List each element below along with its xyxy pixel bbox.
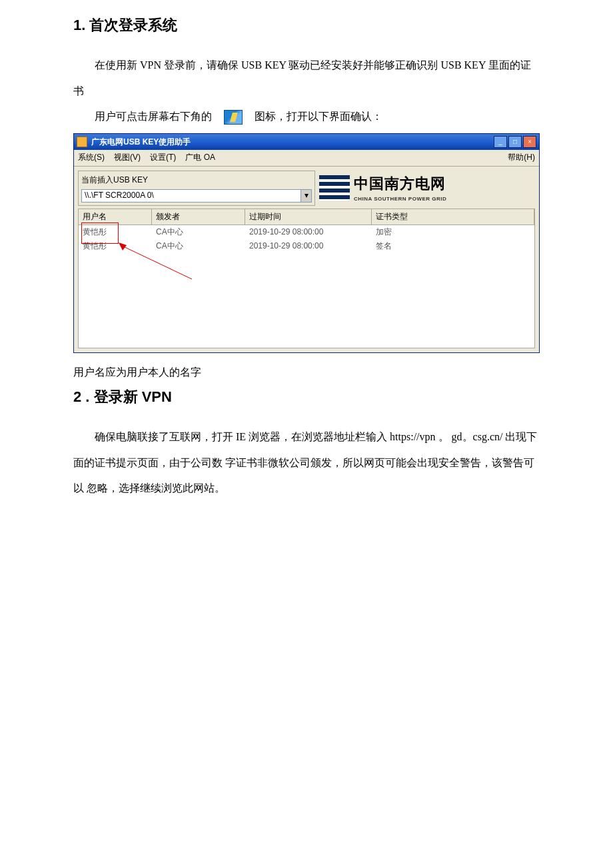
para-icon-instruction: 用户可点击屏幕右下角的 图标，打开以下界面确认： [73,104,540,129]
minimize-button[interactable]: _ [494,136,507,148]
usb-key-panel: 当前插入USB KEY \\.\FT SCR2000A 0\ ▾ [78,171,315,206]
maximize-button[interactable]: □ [508,136,522,148]
cell-expire: 2019-10-29 08:00:00 [245,239,372,253]
col-user[interactable]: 用户名 [79,209,152,224]
cell-user: 黄恺彤 [79,225,152,239]
usb-key-combobox-value: \\.\FT SCR2000A 0\ [82,189,301,202]
csg-logo-cn: 中国南方电网 [354,172,446,195]
table-row[interactable]: 黄恺彤 CA中心 2019-10-29 08:00:00 加密 [79,225,534,239]
menu-bar: 系统(S) 视图(V) 设置(T) 广电 OA 帮助(H) [74,150,539,166]
para-icon-tail: 图标，打开以下界面确认： [255,111,382,122]
menu-system[interactable]: 系统(S) [78,151,105,164]
close-button[interactable]: × [523,136,536,148]
certificate-list: 用户名 颁发者 过期时间 证书类型 黄恺彤 CA中心 2019-10-29 08… [78,209,535,348]
list-header: 用户名 颁发者 过期时间 证书类型 [79,209,534,225]
caption-username-note: 用户名应为用户本人的名字 [73,360,540,385]
window-app-icon [77,137,87,147]
para-intro: 在使用新 VPN 登录前，请确保 USB KEY 驱动已经安装好并能够正确识别 … [73,53,540,104]
col-expire[interactable]: 过期时间 [245,209,372,224]
cell-expire: 2019-10-29 08:00:00 [245,225,372,239]
cell-type: 加密 [372,225,534,239]
heading-login-new-vpn: 2 . 登录新 VPN [73,385,540,408]
col-type[interactable]: 证书类型 [372,209,534,224]
menu-settings[interactable]: 设置(T) [150,151,176,164]
usb-key-combobox[interactable]: \\.\FT SCR2000A 0\ ▾ [81,189,312,203]
table-row[interactable]: 黄恺彤 CA中心 2019-10-29 08:00:00 签名 [79,239,534,253]
csg-logo-en: CHINA SOUTHERN POWER GRID [354,195,446,204]
heading-first-login: 1. 首次登录系统 [73,13,540,37]
cell-issuer: CA中心 [152,239,245,253]
csg-logo-mark-icon [319,175,350,201]
usb-key-label: 当前插入USB KEY [81,174,312,187]
usbkey-tray-icon [224,110,243,125]
chevron-down-icon[interactable]: ▾ [301,190,311,202]
cell-type: 签名 [372,239,534,253]
menu-help[interactable]: 帮助(H) [508,151,535,164]
para-vpn-instructions: 确保电脑联接了互联网，打开 IE 浏览器，在浏览器地址栏输入 https://v… [73,424,540,501]
window-title: 广东电网USB KEY使用助手 [91,136,494,149]
para-icon-lead: 用户可点击屏幕右下角的 [95,111,212,122]
window-titlebar: 广东电网USB KEY使用助手 _ □ × [74,134,539,150]
cell-user: 黄恺彤 [79,239,152,253]
col-issuer[interactable]: 颁发者 [152,209,245,224]
usbkey-helper-window: 广东电网USB KEY使用助手 _ □ × 系统(S) 视图(V) 设置(T) … [73,133,540,352]
cell-issuer: CA中心 [152,225,245,239]
menu-view[interactable]: 视图(V) [114,151,141,164]
csg-logo: 中国南方电网 CHINA SOUTHERN POWER GRID [315,172,535,204]
menu-oa[interactable]: 广电 OA [185,151,215,164]
